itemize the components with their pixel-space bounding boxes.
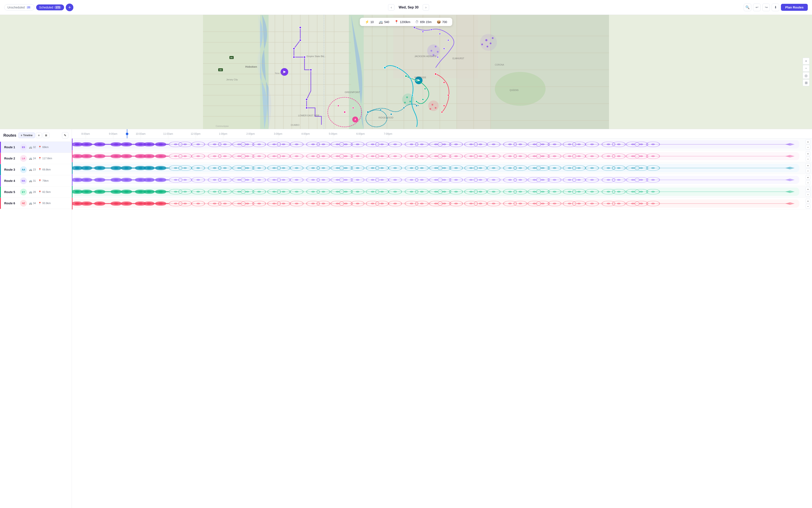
route-distance: 📍 117.6km	[38, 157, 52, 160]
edit-button[interactable]: ✎	[62, 132, 68, 138]
routes-icon: ⚡	[365, 20, 369, 24]
svg-text:LOWER EAST SIDE: LOWER EAST SIDE	[298, 114, 319, 117]
stops-icon: 🚐	[379, 20, 383, 24]
svg-point-382	[223, 167, 227, 169]
svg-point-183	[213, 143, 217, 145]
timeline-track-svg	[73, 162, 406, 174]
stops-icon: 🚐	[29, 190, 32, 194]
svg-point-288	[282, 156, 286, 157]
svg-point-294	[356, 156, 359, 157]
svg-point-477	[174, 179, 178, 181]
svg-point-588	[322, 191, 325, 193]
timeline-track-svg	[73, 186, 406, 198]
svg-point-684	[282, 203, 286, 205]
list-view-button[interactable]: ≡	[36, 133, 42, 138]
time-label: 10:00am	[127, 132, 154, 135]
svg-point-381	[213, 167, 217, 169]
date-label: Wed, Sep 30	[396, 5, 406, 9]
svg-point-334	[124, 167, 129, 169]
route-avatar: HZ	[20, 200, 27, 207]
svg-point-529	[84, 191, 89, 193]
svg-point-631	[124, 203, 129, 205]
time-label: 5:00pm	[319, 132, 347, 135]
svg-point-190	[295, 143, 299, 145]
date-prev-button[interactable]: ‹	[388, 4, 394, 10]
svg-point-677	[196, 203, 200, 205]
svg-point-132	[75, 143, 80, 145]
route-distance: 📍 82.5km	[38, 190, 50, 194]
route-name: Route 1	[4, 145, 18, 149]
route-item[interactable]: Route 3 AA 🚐 23 📍 69.8km	[0, 164, 72, 175]
svg-point-591	[356, 191, 359, 193]
svg-point-233	[97, 155, 102, 157]
route-stops: 🚐 34	[29, 202, 36, 205]
unscheduled-tab[interactable]: Unscheduled 20	[4, 4, 35, 10]
route-stats: 🚐 32 📍 68km	[29, 146, 49, 149]
scheduled-badge: 172	[54, 6, 61, 9]
svg-point-482	[237, 179, 241, 181]
svg-point-185	[237, 143, 241, 145]
svg-point-181	[183, 143, 187, 145]
route-name: Route 3	[4, 168, 18, 171]
svg-point-236	[138, 155, 143, 157]
svg-point-587	[311, 191, 315, 193]
route-list: Route 1 ES 🚐 32 📍 68km Route 2 LA 🚐 24 📍…	[0, 142, 72, 254]
svg-point-330	[75, 167, 80, 169]
svg-point-579	[213, 191, 217, 193]
svg-point-41	[293, 56, 295, 58]
svg-point-396	[393, 167, 397, 169]
route-avatar: ES	[20, 144, 27, 151]
route-item[interactable]: Route 2 LA 🚐 24 📍 117.6km	[0, 153, 72, 164]
route-item[interactable]: Route 4 MA 🚐 31 📍 79km	[0, 175, 72, 186]
routes-sidebar: Routes ≡ Timeline ≡ ⊞ ✎ Route 1 ES	[0, 129, 72, 254]
svg-point-633	[146, 203, 151, 205]
time-label: 12:00pm	[182, 132, 209, 135]
route-item[interactable]: Route 6 HZ 🚐 34 📍 93.9km	[0, 198, 72, 209]
distance-icon: 📍	[394, 20, 398, 24]
svg-point-292	[336, 156, 339, 157]
svg-point-282	[213, 156, 217, 157]
distance-value: 117.6km	[42, 157, 52, 160]
svg-point-630	[114, 203, 118, 205]
add-button[interactable]: +	[66, 4, 73, 11]
route-item[interactable]: Route 1 ES 🚐 32 📍 68km	[0, 142, 72, 153]
svg-point-51	[338, 105, 339, 107]
svg-point-576	[174, 191, 178, 193]
svg-point-283	[223, 156, 227, 157]
scheduled-tab[interactable]: Scheduled 172	[36, 4, 64, 10]
svg-point-380	[196, 167, 200, 169]
svg-text:063: 063	[219, 69, 222, 71]
route-distance: 📍 69.8km	[38, 168, 50, 171]
svg-point-495	[393, 179, 397, 181]
routes-header: Routes ≡ Timeline ≡ ⊞ ✎	[0, 129, 72, 142]
view-toggle: ≡ Timeline ≡ ⊞	[18, 133, 49, 138]
svg-point-535	[158, 191, 163, 193]
svg-point-133	[84, 143, 89, 145]
timeline-header: 8:00am9:00am10:00am11:00am12:00pm1:00pm2…	[72, 129, 406, 138]
svg-point-197	[380, 143, 384, 145]
svg-point-182	[196, 143, 200, 145]
svg-point-486	[282, 179, 286, 181]
svg-point-434	[138, 179, 143, 181]
route-stops: 🚐 28	[29, 190, 36, 194]
timeline-panel: 8:00am9:00am10:00am11:00am12:00pm1:00pm2…	[72, 129, 406, 254]
svg-point-395	[380, 167, 384, 169]
time-label: 8:00am	[72, 132, 99, 135]
svg-point-38	[299, 27, 301, 29]
list-icon: ≡	[38, 134, 40, 137]
timeline-track-svg	[73, 151, 406, 162]
route-item[interactable]: Route 5 EY 🚐 28 📍 82.5km	[0, 186, 72, 198]
svg-point-194	[344, 143, 348, 145]
svg-point-56	[367, 111, 369, 113]
timeline-track-svg	[73, 198, 406, 209]
route-distance: 📍 68km	[38, 146, 48, 149]
svg-point-331	[84, 167, 89, 169]
timeline-view-button[interactable]: ≡ Timeline	[18, 133, 35, 138]
svg-point-584	[272, 191, 276, 193]
svg-point-593	[380, 191, 384, 193]
distance-value: 79km	[42, 179, 48, 182]
route-stats: 🚐 24 📍 117.6km	[29, 157, 52, 160]
svg-point-296	[380, 156, 384, 157]
grid-view-button[interactable]: ⊞	[43, 133, 49, 138]
time-label: 9:00am	[99, 132, 127, 135]
